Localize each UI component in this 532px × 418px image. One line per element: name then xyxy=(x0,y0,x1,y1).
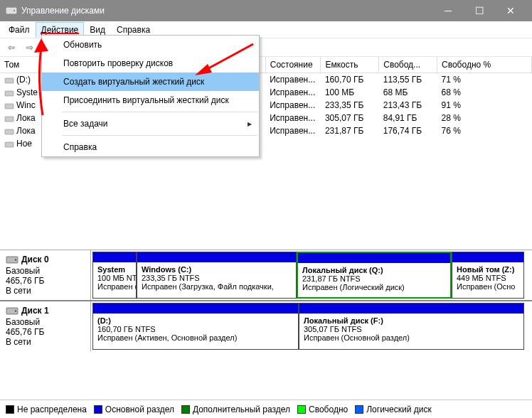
menu-file[interactable]: Файл xyxy=(3,22,36,38)
legend-item: Логический диск xyxy=(355,404,432,414)
volume-icon xyxy=(4,89,14,97)
disk-row: Диск 0Базовый465,76 ГБВ сетиSystem100 МБ… xyxy=(0,250,532,300)
chevron-right-icon: ▶ xyxy=(248,121,252,127)
partition-header xyxy=(137,252,296,262)
partition-title: (D:) xyxy=(97,316,294,325)
partition-header xyxy=(93,304,298,314)
menu-item[interactable]: Обновить xyxy=(42,36,259,54)
partition[interactable]: Windows (C:)233,35 ГБ NTFSИсправен (Загр… xyxy=(137,252,297,299)
column-header[interactable]: Свобод... xyxy=(379,57,437,73)
annotation-underline xyxy=(41,33,79,34)
svg-point-9 xyxy=(15,259,16,260)
legend-label: Логический диск xyxy=(366,404,432,414)
partition-status: Исправен (Загрузка, Файл подкачки, xyxy=(142,282,292,291)
volume-icon xyxy=(4,114,14,123)
partition-size: 233,35 ГБ NTFS xyxy=(142,274,292,282)
partition[interactable]: Локальный диск (F:)305,07 ГБ NTFSИсправе… xyxy=(299,303,524,350)
legend-swatch xyxy=(94,405,102,414)
volume-icon xyxy=(4,76,14,85)
partition-title: Windows (C:) xyxy=(142,265,292,274)
menu-separator xyxy=(62,135,257,136)
volume-icon xyxy=(4,140,14,149)
back-button[interactable]: ⇦ xyxy=(4,41,18,55)
legend-label: Основной раздел xyxy=(105,404,174,414)
minimize-button[interactable]: ─ xyxy=(432,0,464,21)
partition-title: Локальный диск (F:) xyxy=(304,316,519,325)
legend-label: Дополнительный раздел xyxy=(193,404,290,414)
disk-row: Диск 1Базовый465,76 ГБВ сети(D:)160,70 Г… xyxy=(0,300,532,351)
partition-header xyxy=(299,304,523,314)
legend-item: Свободно xyxy=(297,404,348,414)
legend-label: Свободно xyxy=(309,404,348,414)
titlebar[interactable]: Управление дисками ─ ☐ ✕ xyxy=(0,0,532,21)
partition[interactable]: Новый том (Z:)449 МБ NTFSИсправен (Осно xyxy=(452,252,524,299)
window-controls: ─ ☐ ✕ xyxy=(432,0,526,21)
legend-swatch xyxy=(355,405,363,414)
column-header[interactable]: Состояние xyxy=(265,57,321,73)
legend-item: Не распределена xyxy=(6,404,87,414)
disk-icon xyxy=(6,254,18,264)
partition-title: Новый том (Z:) xyxy=(457,265,519,274)
partition-status: Исправен (Осно xyxy=(457,282,519,291)
partition-size: 231,87 ГБ NTFS xyxy=(302,274,446,283)
disk-map-pane[interactable]: Диск 0Базовый465,76 ГБВ сетиSystem100 МБ… xyxy=(0,250,532,400)
legend-swatch xyxy=(6,405,14,414)
menu-item[interactable]: Создать виртуальный жесткий диск xyxy=(42,73,259,91)
partition-status: Исправен (Основной раздел) xyxy=(304,333,519,342)
partition-header xyxy=(452,252,523,262)
partition-title: Локальный диск (Q:) xyxy=(302,266,446,274)
partition-title: System xyxy=(97,265,132,274)
menu-item[interactable]: Все задачи▶ xyxy=(42,114,259,133)
forward-button[interactable]: ⇨ xyxy=(23,41,37,55)
disk-drive-icon xyxy=(6,5,17,16)
partition-size: 305,07 ГБ NTFS xyxy=(304,325,519,333)
legend-swatch xyxy=(297,405,306,414)
menu-separator xyxy=(62,112,257,112)
partition-header xyxy=(298,253,450,263)
partition-size: 100 МБ NTF xyxy=(97,274,132,282)
partition-status: Исправен ( xyxy=(97,282,132,291)
partition-header xyxy=(93,252,136,262)
action-menu-dropdown: ОбновитьПовторить проверку дисковСоздать… xyxy=(41,35,260,157)
legend: Не распределенаОсновной разделДополнител… xyxy=(0,400,532,418)
menu-item[interactable]: Присоединить виртуальный жесткий диск xyxy=(42,91,259,109)
disk-info[interactable]: Диск 1Базовый465,76 ГБВ сети xyxy=(0,301,91,351)
svg-point-11 xyxy=(15,310,16,311)
volume-icon xyxy=(4,127,14,136)
legend-item: Дополнительный раздел xyxy=(181,404,290,414)
disk-info[interactable]: Диск 0Базовый465,76 ГБВ сети xyxy=(0,250,91,300)
partition-size: 160,70 ГБ NTFS xyxy=(97,325,294,333)
column-header[interactable]: Емкость xyxy=(321,57,379,73)
svg-point-1 xyxy=(14,10,15,11)
svg-rect-3 xyxy=(5,91,14,96)
legend-item: Основной раздел xyxy=(94,404,174,414)
window-title: Управление дисками xyxy=(21,6,432,16)
maximize-button[interactable]: ☐ xyxy=(464,0,495,21)
svg-rect-7 xyxy=(5,142,14,147)
partition-container: System100 МБ NTFИсправен (Windows (C:)23… xyxy=(91,250,532,300)
disk-icon xyxy=(6,306,18,316)
svg-rect-5 xyxy=(5,117,14,122)
legend-label: Не распределена xyxy=(17,404,87,414)
partition[interactable]: Локальный диск (Q:)231,87 ГБ NTFSИсправе… xyxy=(297,252,452,299)
volume-icon xyxy=(4,102,14,110)
svg-rect-6 xyxy=(5,129,14,134)
legend-swatch xyxy=(181,405,190,414)
svg-rect-4 xyxy=(5,104,14,109)
close-button[interactable]: ✕ xyxy=(495,0,526,21)
menu-item[interactable]: Повторить проверку дисков xyxy=(42,54,259,73)
partition-status: Исправен (Логический диск) xyxy=(302,283,446,291)
menu-item[interactable]: Справка xyxy=(42,138,259,156)
partition-size: 449 МБ NTFS xyxy=(457,274,519,282)
svg-rect-2 xyxy=(5,78,14,83)
partition[interactable]: System100 МБ NTFИсправен ( xyxy=(92,252,137,299)
partition-container: (D:)160,70 ГБ NTFSИсправен (Активен, Осн… xyxy=(91,301,532,351)
partition-status: Исправен (Активен, Основной раздел) xyxy=(97,333,294,342)
column-header[interactable]: Свободно % xyxy=(437,57,532,73)
partition[interactable]: (D:)160,70 ГБ NTFSИсправен (Активен, Осн… xyxy=(92,303,299,350)
